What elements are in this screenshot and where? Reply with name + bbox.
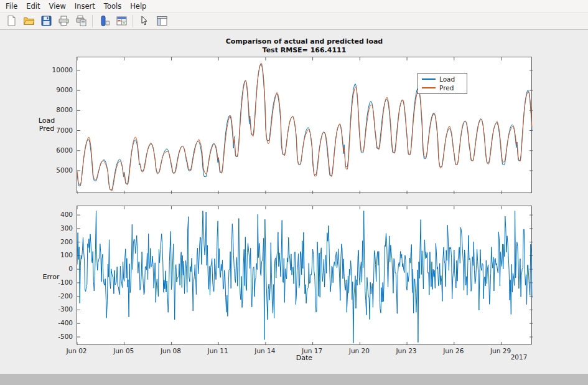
legend-row-load: Load bbox=[422, 75, 463, 83]
menu-file[interactable]: File bbox=[1, 1, 22, 12]
legend-row-pred: Pred bbox=[422, 84, 463, 92]
y-tick-label-error: -200 bbox=[45, 292, 73, 300]
menu-view[interactable]: View bbox=[45, 1, 70, 12]
y-tick-label-load: 6000 bbox=[45, 146, 73, 154]
y-tick-label-error: -100 bbox=[45, 278, 73, 286]
x-tick-label: Jun 29 bbox=[483, 347, 518, 354]
toolbar-button-insert-colorbar[interactable] bbox=[96, 14, 112, 29]
y-tick-label-load: 10000 bbox=[45, 66, 73, 74]
y-tick-label-load: 9000 bbox=[45, 86, 73, 93]
x-tick-label: Jun 08 bbox=[153, 347, 188, 354]
toolbar-separator bbox=[133, 15, 133, 27]
error-plot bbox=[77, 206, 533, 345]
toolbar-button-save-figure[interactable] bbox=[38, 14, 54, 29]
toolbar-button-print-figure[interactable] bbox=[55, 14, 72, 29]
menu-insert[interactable]: Insert bbox=[70, 1, 100, 12]
toolbar-separator bbox=[92, 15, 93, 27]
menu-bar: File Edit View Insert Tools Help bbox=[0, 0, 588, 12]
open-file-icon bbox=[23, 15, 35, 27]
print-preview-icon bbox=[75, 15, 87, 27]
legend-label-load: Load bbox=[439, 75, 455, 83]
y-tick-label-error: 400 bbox=[45, 211, 73, 218]
y-tick-label-error: 300 bbox=[45, 224, 73, 232]
x-tick-label: Jun 02 bbox=[59, 347, 94, 354]
menu-tools[interactable]: Tools bbox=[100, 1, 126, 12]
toolbar-button-insert-legend[interactable] bbox=[113, 14, 129, 29]
show-plot-tools-icon bbox=[156, 15, 168, 27]
legend-line-load bbox=[422, 78, 436, 80]
legend-label-pred: Pred bbox=[439, 84, 454, 92]
error-series-line bbox=[77, 211, 532, 343]
legend-line-pred bbox=[422, 87, 436, 88]
y-axis-label-line1: Load bbox=[34, 116, 59, 125]
x-tick-label: Jun 23 bbox=[389, 347, 424, 354]
y-tick-label-load: 7000 bbox=[45, 126, 73, 134]
menu-edit[interactable]: Edit bbox=[22, 1, 44, 12]
x-tick-label: Jun 05 bbox=[106, 347, 141, 354]
legend[interactable]: Load Pred bbox=[418, 73, 467, 94]
print-figure-icon bbox=[58, 15, 70, 27]
menu-help[interactable]: Help bbox=[126, 1, 151, 12]
matlab-figure-window: File Edit View Insert Tools Help bbox=[0, 0, 588, 385]
toolbar bbox=[0, 12, 588, 30]
y-tick-label-error: 100 bbox=[45, 251, 73, 259]
y-tick-label-error: -300 bbox=[45, 305, 73, 313]
toolbar-button-new-figure[interactable] bbox=[3, 14, 19, 29]
y-tick-label-error: -400 bbox=[45, 319, 73, 326]
error-axes[interactable] bbox=[77, 206, 532, 345]
plot-title-line1: Comparison of actual and predicted load bbox=[77, 37, 532, 46]
x-tick-label: Jun 17 bbox=[295, 347, 330, 354]
window-footer bbox=[0, 374, 588, 385]
y-tick-label-error: 0 bbox=[45, 265, 73, 272]
x-axis-label-date: Date bbox=[77, 354, 532, 362]
y-tick-label-error: -500 bbox=[45, 333, 73, 340]
toolbar-button-edit-plot[interactable] bbox=[136, 14, 152, 29]
x-tick-label: Jun 11 bbox=[200, 347, 235, 354]
insert-colorbar-icon bbox=[98, 15, 110, 27]
y-tick-label-load: 5000 bbox=[45, 166, 73, 174]
toolbar-button-open-file[interactable] bbox=[21, 14, 37, 29]
edit-plot-icon bbox=[139, 15, 151, 27]
toolbar-button-show-plot-tools[interactable] bbox=[154, 14, 170, 29]
plot-title-line2: Test RMSE= 166.4111 bbox=[77, 46, 532, 55]
y-tick-label-error: 200 bbox=[45, 238, 73, 245]
x-tick-label: Jun 20 bbox=[342, 347, 376, 354]
new-figure-icon bbox=[6, 15, 17, 27]
figure-canvas: Comparison of actual and predicted load … bbox=[0, 30, 588, 374]
y-tick-label-load: 8000 bbox=[45, 106, 73, 113]
insert-legend-icon bbox=[116, 15, 128, 27]
x-tick-label: Jun 14 bbox=[248, 347, 282, 354]
save-figure-icon bbox=[40, 15, 52, 27]
toolbar-button-print-preview[interactable] bbox=[73, 14, 89, 29]
plot-title: Comparison of actual and predicted load … bbox=[77, 37, 532, 55]
x-tick-label: Jun 26 bbox=[436, 347, 471, 354]
